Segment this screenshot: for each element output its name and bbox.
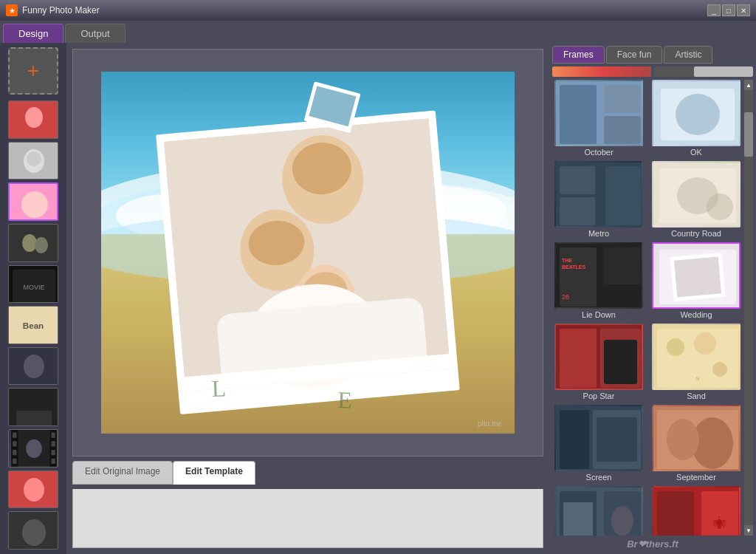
watermark-text: Br❤thers.ft (627, 538, 678, 550)
titlebar-left: ★ Funny Photo Maker (6, 4, 100, 16)
sidebar-item-4[interactable] (8, 224, 58, 262)
canvas-beach-scene: L E pitu.me (101, 72, 515, 434)
svg-rect-68 (560, 166, 595, 194)
svg-text:E: E (337, 386, 353, 414)
add-photo-button[interactable]: + (8, 47, 58, 95)
watermark-area: Br❤thers.ft (552, 536, 753, 551)
svg-point-35 (22, 519, 46, 546)
svg-rect-25 (13, 450, 16, 455)
template-thumb-sand[interactable]: 9 (652, 324, 740, 390)
rtab-facefun[interactable]: Face fun (606, 46, 663, 64)
sidebar-item-8[interactable] (8, 388, 58, 426)
template-item-ok: OK (650, 80, 743, 157)
svg-rect-86 (560, 329, 597, 388)
svg-rect-98 (597, 417, 637, 462)
svg-rect-70 (605, 166, 641, 225)
template-item-country-road: Country Road (650, 161, 743, 238)
svg-rect-26 (13, 459, 16, 464)
template-thumb-screen[interactable] (554, 405, 643, 471)
close-button[interactable]: ✕ (737, 4, 750, 16)
bottom-content-area (72, 489, 543, 548)
sidebar-item-11[interactable] (8, 511, 58, 550)
svg-text:L: L (211, 375, 227, 402)
tab-edit-template[interactable]: Edit Template (173, 461, 255, 485)
template-item-wedding: Wedding (650, 242, 743, 319)
svg-point-74 (707, 194, 733, 220)
template-thumb-metro[interactable] (554, 161, 643, 228)
hscroll-bar-2[interactable] (654, 66, 753, 77)
sidebar-item-3[interactable] (8, 182, 58, 221)
main-tabs: Design Output (0, 21, 756, 43)
template-label-lie-down: Lie Down (582, 310, 616, 319)
template-thumb-popstar[interactable] (554, 324, 643, 390)
template-label-pop-star: Pop Star (583, 391, 615, 400)
svg-point-92 (694, 332, 716, 355)
sidebar: + MOVIE Bean (0, 43, 66, 554)
hscroll-bar-1[interactable] (552, 66, 651, 77)
app-container: Design Output + MOVIE (0, 21, 756, 554)
tab-design[interactable]: Design (3, 24, 63, 43)
svg-text:pitu.me: pitu.me (478, 420, 502, 428)
svg-point-17 (24, 355, 44, 378)
sidebar-item-1[interactable] (8, 100, 58, 139)
titlebar: ★ Funny Photo Maker _ □ ✕ (0, 0, 756, 21)
template-thumb-shop[interactable] (554, 486, 643, 536)
template-item-september: September (650, 405, 743, 482)
template-item-october: October (552, 80, 645, 157)
template-label-screen: Screen (586, 473, 612, 482)
sidebar-item-9[interactable] (8, 429, 58, 468)
template-label-sand: Sand (687, 391, 706, 400)
svg-rect-62 (604, 85, 641, 113)
template-thumb-country[interactable] (652, 161, 740, 228)
svg-text:THE: THE (562, 258, 572, 263)
scroll-knob[interactable] (744, 112, 753, 157)
svg-rect-96 (560, 410, 589, 469)
app-icon: ★ (6, 4, 18, 16)
svg-rect-63 (604, 116, 641, 144)
right-panel-tabs: Frames Face fun Artistic (552, 46, 753, 64)
rtab-frames[interactable]: Frames (552, 46, 605, 64)
svg-rect-24 (13, 441, 16, 446)
template-label-september: September (676, 473, 716, 482)
template-thumb-liedown[interactable]: THEBEATLES26 (554, 242, 643, 309)
template-thumb-ok[interactable] (652, 80, 740, 146)
sidebar-item-5[interactable]: MOVIE (8, 265, 58, 304)
template-item-sand: 9 Sand (650, 324, 743, 400)
tab-output[interactable]: Output (65, 24, 125, 43)
svg-point-10 (35, 237, 48, 253)
template-item-spider-man: 🕷 Spider Man (650, 486, 743, 536)
titlebar-controls: _ □ ✕ (707, 4, 750, 16)
canvas-container: L E pitu.me (72, 49, 543, 456)
scroll-up-arrow[interactable]: ▲ (744, 80, 753, 90)
sidebar-item-2[interactable] (8, 142, 58, 180)
svg-rect-29 (51, 450, 55, 455)
restore-button[interactable]: □ (722, 4, 735, 16)
svg-point-102 (667, 419, 699, 460)
svg-rect-2 (24, 129, 44, 139)
svg-point-91 (667, 338, 684, 356)
app-title: Funny Photo Maker (22, 5, 100, 16)
svg-rect-28 (51, 441, 55, 446)
svg-point-66 (676, 94, 720, 135)
minimize-button[interactable]: _ (707, 4, 721, 16)
svg-rect-19 (16, 411, 52, 426)
scroll-down-arrow[interactable]: ▼ (744, 525, 753, 536)
svg-point-93 (712, 362, 727, 377)
svg-point-31 (26, 440, 42, 458)
template-thumb-wedding[interactable] (652, 242, 740, 309)
template-thumb-september[interactable] (652, 405, 740, 471)
sidebar-item-7[interactable] (8, 347, 58, 386)
svg-text:26: 26 (562, 293, 569, 301)
template-thumb-spiderman[interactable]: 🕷 (652, 486, 740, 536)
svg-point-5 (27, 151, 41, 166)
sidebar-item-10[interactable] (8, 471, 58, 509)
template-thumb-october[interactable] (554, 80, 643, 146)
template-label-wedding: Wedding (680, 310, 712, 319)
main-area: L E pitu.me Edit Original Image Edit Tem… (66, 43, 549, 554)
scroll-track[interactable] (744, 90, 753, 525)
rtab-artistic[interactable]: Artistic (664, 46, 712, 64)
vertical-scrollbar[interactable]: ▲ ▼ (744, 80, 753, 536)
tab-edit-original[interactable]: Edit Original Image (72, 461, 173, 485)
svg-rect-61 (560, 85, 597, 144)
sidebar-item-6[interactable]: Bean (8, 306, 58, 344)
